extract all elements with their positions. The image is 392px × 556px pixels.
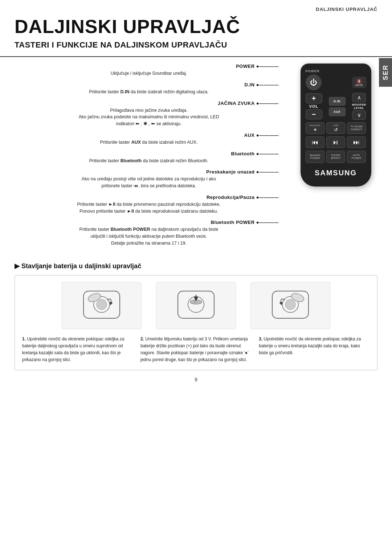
auto-power-button[interactable]: AUTOPOWER <box>347 151 366 163</box>
remote-area: POWER ⏻ 🔇 MUTE + VOL − <box>294 64 377 252</box>
auto-power-label: AUTOPOWER <box>352 154 361 160</box>
feature-btpower-desc: Pritisnite taster Bluetooth POWER na dal… <box>15 226 283 246</box>
prev-icon: ⏮ <box>312 139 318 146</box>
remote-row-2: + VOL − D.IN AUX ∧ WOOFERLEVEL ∨ <box>306 93 366 120</box>
battery-img-2: + <box>156 282 236 329</box>
woofer-block: ∧ WOOFERLEVEL ∨ <box>352 93 366 120</box>
feature-reprodukcija: Reprodukcija/Pauza ●———— Pritisnite tast… <box>15 195 283 215</box>
page-number: 9 <box>0 370 392 385</box>
power-button[interactable]: ⏻ <box>306 74 322 90</box>
battery-section: ▶ Stavljanje baterija u daljinski upravl… <box>15 262 377 371</box>
feature-bluetooth-desc: Pritisnite taster Bluetooth da biste iza… <box>15 158 283 164</box>
aux-button[interactable]: AUX <box>329 107 346 116</box>
feature-bluetooth: Bluetooth ●———— Pritisnite taster Blueto… <box>15 151 283 164</box>
bluetooth-icon: ✶ <box>313 127 317 132</box>
feature-aux-desc: Pritisnite taster AUX da biste izabrali … <box>15 139 283 146</box>
feature-din: D.IN ●———— Pritisnite taster D.IN da bis… <box>15 82 283 95</box>
feature-preskakanje: Preskakanje unazad ●———— Ako na uređaju … <box>15 169 283 189</box>
remote-power-label: POWER <box>306 69 366 73</box>
feature-aux: AUX ●———— Pritisnite taster AUX da biste… <box>15 132 283 146</box>
svg-text:+: + <box>194 300 196 304</box>
feature-aux-title: AUX ●———— <box>15 132 283 138</box>
battery-images: + <box>22 282 370 329</box>
feature-jacina: JAČINA ZVUKA ●———— Prilagođava nivo jači… <box>15 101 283 127</box>
battery-box: + <box>15 275 377 371</box>
tv-sound-label: TV SOUNDCONNECT <box>350 125 363 131</box>
vol-label: VOL <box>309 104 319 109</box>
battery-img-1 <box>62 282 142 329</box>
next-button[interactable]: ⏭ <box>347 136 366 148</box>
usb-icon: ↺ <box>334 127 338 132</box>
sound-effect-button[interactable]: SOUNDEFFECT <box>326 151 345 163</box>
woofer-label: WOOFERLEVEL <box>352 103 366 110</box>
svg-point-2 <box>97 299 107 310</box>
feature-reprodukcija-desc: Pritisnite taster ►II da biste privremen… <box>15 201 283 215</box>
remote-body: POWER ⏻ 🔇 MUTE + VOL − <box>301 64 371 187</box>
battery-steps: 1. Upotrebite novčić da okrenete poklopa… <box>22 336 370 364</box>
feature-power: POWER ●———— Uključuje i isključuje Sound… <box>15 64 283 77</box>
feature-din-title: D.IN ●———— <box>15 82 283 87</box>
step-2-number: 2. <box>140 336 144 342</box>
feature-preskakanje-title: Preskakanje unazad ●———— <box>15 169 283 175</box>
section-title: TASTERI I FUNKCIJE NA DALJINSKOM UPRAVLJ… <box>0 40 392 57</box>
svg-point-10 <box>285 299 295 310</box>
battery-svg-3 <box>254 284 327 327</box>
usb-sublabel: USB <box>333 124 338 127</box>
din-aux-block: D.IN AUX <box>329 97 346 116</box>
remote-row-3: bluetooth ✶ USB ↺ TV SOUNDCONNECT <box>306 122 366 134</box>
bt-power-button[interactable]: BluetoothPOWER <box>306 151 324 163</box>
vol-plus-button[interactable]: + <box>306 93 322 103</box>
next-icon: ⏭ <box>353 139 360 146</box>
play-pause-icon: ⏯ <box>332 139 339 146</box>
battery-step-2: 2. Umetnite litijumsku bateriju od 3 V. … <box>140 336 252 364</box>
woofer-up-button[interactable]: ∧ <box>352 93 366 102</box>
remote-row-1: ⏻ 🔇 MUTE <box>306 74 366 90</box>
feature-preskakanje-desc: Ako na uređaju postoji više od jedne dat… <box>15 176 283 189</box>
battery-img-3 <box>250 282 330 329</box>
sound-effect-label: SOUNDEFFECT <box>331 154 340 160</box>
feature-jacina-desc: Prilagođava nivo jačine zvuka uređaja. A… <box>15 107 283 127</box>
battery-step-1: 1. Upotrebite novčić da okrenete poklopa… <box>22 336 133 364</box>
main-title: DALJINSKI UPRAVLJAČ <box>0 12 392 40</box>
mute-button[interactable]: 🔇 MUTE <box>352 77 366 88</box>
step-2-text: Umetnite litijumsku bateriju od 3 V. Pri… <box>140 336 248 363</box>
step-1-number: 1. <box>22 336 26 342</box>
power-icon: ⏻ <box>310 78 317 87</box>
step-3-number: 3. <box>259 336 262 342</box>
mute-icon: 🔇 <box>356 79 362 84</box>
mute-label: MUTE <box>356 84 363 86</box>
bt-power-label: BluetoothPOWER <box>310 154 320 160</box>
step-3-text: Upotrebite novčić da okrenete poklopac o… <box>259 336 361 355</box>
feature-btpower-title: Bluetooth POWER ●———— <box>15 220 283 225</box>
features-list: POWER ●———— Uključuje i isključuje Sound… <box>15 64 283 252</box>
battery-step-3: 3. Upotrebite novčić da okrenete poklopa… <box>259 336 370 364</box>
main-content: POWER ●———— Uključuje i isključuje Sound… <box>0 64 392 252</box>
battery-svg-2: + <box>160 284 232 327</box>
bluetooth-button[interactable]: bluetooth ✶ <box>306 122 324 134</box>
play-pause-button[interactable]: ⏯ <box>326 136 345 148</box>
step-1-text: Upotrebite novčić da okrenete poklopac o… <box>22 336 124 363</box>
remote-row-5: BluetoothPOWER SOUNDEFFECT AUTOPOWER <box>306 151 366 163</box>
battery-svg-1 <box>65 284 138 327</box>
bluetooth-sublabel: bluetooth <box>310 124 320 127</box>
feature-din-desc: Pritisnite taster D.IN da biste izabrali… <box>15 89 283 95</box>
prev-button[interactable]: ⏮ <box>306 136 324 148</box>
remote-row-4: ⏮ ⏯ ⏭ <box>306 136 366 148</box>
din-button[interactable]: D.IN <box>329 97 346 106</box>
battery-title: ▶ Stavljanje baterija u daljinski upravl… <box>15 262 377 270</box>
woofer-down-button[interactable]: ∨ <box>352 110 366 120</box>
feature-power-title: POWER ●———— <box>15 64 283 69</box>
feature-reprodukcija-title: Reprodukcija/Pauza ●———— <box>15 195 283 200</box>
top-label: DALJINSKI UPRAVLJAČ <box>0 0 392 12</box>
usb-button[interactable]: USB ↺ <box>326 122 345 134</box>
feature-jacina-title: JAČINA ZVUKA ●———— <box>15 101 283 106</box>
vol-block: + VOL − <box>306 93 322 119</box>
feature-btpower: Bluetooth POWER ●———— Pritisnite taster … <box>15 220 283 246</box>
vol-minus-button[interactable]: − <box>306 109 322 119</box>
samsung-logo: SAMSUNG <box>306 167 366 179</box>
feature-bluetooth-title: Bluetooth ●———— <box>15 151 283 156</box>
tv-sound-button[interactable]: TV SOUNDCONNECT <box>347 122 366 134</box>
feature-power-desc: Uključuje i isključuje Soundbar uređaj. <box>15 70 283 77</box>
